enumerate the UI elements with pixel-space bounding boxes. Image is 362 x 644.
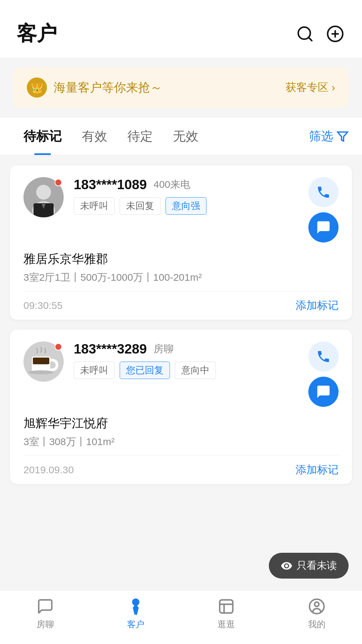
crown-icon: 👑 xyxy=(27,77,47,98)
property-details-2: 3室丨308万丨101m² xyxy=(23,435,339,449)
tag-no-reply-1: 未回复 xyxy=(120,197,161,215)
card-time-2: 2019.09.30 xyxy=(23,464,74,476)
notification-badge-2 xyxy=(55,343,62,351)
property-name-1: 雅居乐京华雅郡 xyxy=(23,251,339,267)
message-button-2[interactable] xyxy=(308,377,339,407)
add-button[interactable] xyxy=(325,24,345,44)
nav-profile-label: 我的 xyxy=(308,619,325,630)
call-button-1[interactable] xyxy=(308,177,339,207)
message-button-1[interactable] xyxy=(308,212,339,243)
add-mark-button-1[interactable]: 添加标记 xyxy=(296,298,339,313)
property-details-1: 3室2厅1卫丨500万-1000万丨100-201m² xyxy=(23,271,339,284)
tag-intent-mid-2: 意向中 xyxy=(175,362,216,379)
avatar-wrap-2 xyxy=(23,341,64,407)
tag-replied-2: 您已回复 xyxy=(120,362,170,379)
card-time-1: 09:30:55 xyxy=(23,300,63,311)
svg-point-17 xyxy=(315,602,319,606)
notification-badge-1 xyxy=(55,179,62,186)
customer-card-1[interactable]: 183****1089 400来电 未呼叫 未回复 意向强 xyxy=(10,165,352,320)
nav-profile[interactable]: 我的 xyxy=(272,598,362,637)
tab-pending-mark[interactable]: 待标记 xyxy=(13,118,72,155)
customer-source-1: 400来电 xyxy=(154,178,190,192)
only-unread-button[interactable]: 只看未读 xyxy=(269,553,349,579)
tab-invalid[interactable]: 无效 xyxy=(163,118,208,155)
search-button[interactable] xyxy=(295,24,315,44)
nav-browse[interactable]: 逛逛 xyxy=(181,598,272,637)
add-mark-button-2[interactable]: 添加标记 xyxy=(296,463,339,477)
tag-no-call-1: 未呼叫 xyxy=(74,197,115,215)
tag-intent-strong-1: 意向强 xyxy=(166,197,206,215)
svg-marker-5 xyxy=(338,132,348,141)
nav-customer[interactable]: 客户 xyxy=(90,598,181,637)
customer-list: 183****1089 400来电 未呼叫 未回复 意向强 xyxy=(0,155,362,494)
header-actions xyxy=(295,24,345,44)
promo-banner[interactable]: 👑 海量客户等你来抢～ 获客专区 › xyxy=(13,67,349,108)
customer-source-2: 房聊 xyxy=(154,342,174,356)
svg-rect-15 xyxy=(220,600,233,613)
customer-tags-2: 未呼叫 您已回复 意向中 xyxy=(74,362,298,379)
page-title: 客户 xyxy=(17,20,57,47)
card-actions-2 xyxy=(308,341,339,407)
call-button-2[interactable] xyxy=(308,341,339,372)
tab-bar: 待标记 有效 待定 无效 筛选 xyxy=(0,118,362,155)
banner-text: 海量客户等你来抢～ xyxy=(54,79,162,96)
avatar-wrap-1 xyxy=(23,177,64,243)
nav-chat-label: 房聊 xyxy=(37,619,54,630)
svg-point-7 xyxy=(36,185,51,200)
card-footer-2: 2019.09.30 添加标记 xyxy=(10,456,352,484)
customer-phone-2: 183****3289 xyxy=(74,341,147,357)
tag-no-call-2: 未呼叫 xyxy=(74,362,115,379)
svg-point-14 xyxy=(28,370,54,374)
customer-card-2[interactable]: 183****3289 房聊 未呼叫 您已回复 意向中 xyxy=(10,330,352,484)
tab-pending[interactable]: 待定 xyxy=(117,118,163,155)
tab-valid[interactable]: 有效 xyxy=(72,118,117,155)
banner-link[interactable]: 获客专区 › xyxy=(286,80,335,95)
bottom-navigation: 房聊 客户 逛逛 我的 xyxy=(0,590,362,644)
nav-customer-label: 客户 xyxy=(127,619,144,630)
card-info-1: 183****1089 400来电 未呼叫 未回复 意向强 xyxy=(74,177,298,243)
svg-line-1 xyxy=(308,37,312,41)
card-info-2: 183****3289 房聊 未呼叫 您已回复 意向中 xyxy=(74,341,298,407)
property-info-2: 旭辉华宇江悦府 3室丨308万丨101m² xyxy=(10,415,352,455)
customer-phone-1: 183****1089 xyxy=(74,177,147,192)
property-info-1: 雅居乐京华雅郡 3室2厅1卫丨500万-1000万丨100-201m² xyxy=(10,251,352,291)
only-unread-label: 只看未读 xyxy=(297,559,337,573)
nav-chat[interactable]: 房聊 xyxy=(0,598,90,637)
customer-tags-1: 未呼叫 未回复 意向强 xyxy=(74,197,298,215)
header: 客户 xyxy=(0,0,362,57)
filter-button[interactable]: 筛选 xyxy=(309,121,349,151)
card-footer-1: 09:30:55 添加标记 xyxy=(10,291,352,320)
property-name-2: 旭辉华宇江悦府 xyxy=(23,415,339,432)
card-actions-1 xyxy=(308,177,339,243)
nav-browse-label: 逛逛 xyxy=(218,619,235,630)
svg-rect-13 xyxy=(33,358,49,364)
